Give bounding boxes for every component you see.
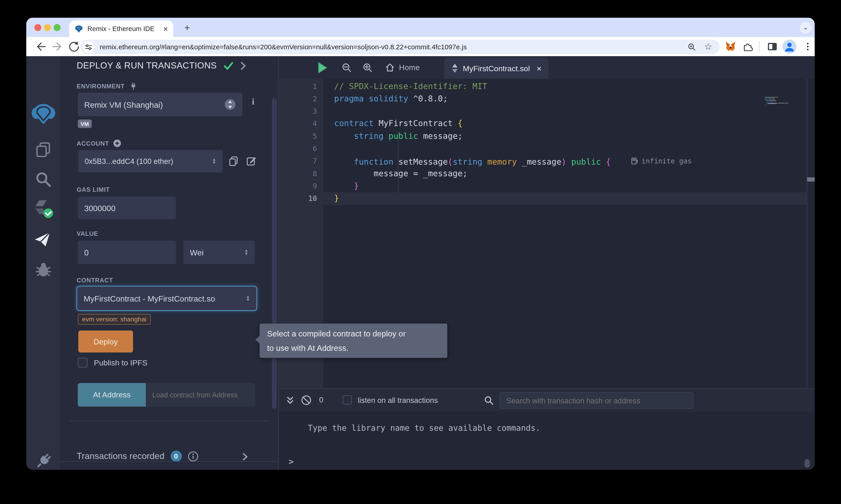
zoom-out-icon[interactable]: [342, 63, 352, 73]
value-input[interactable]: [78, 240, 176, 264]
code-line[interactable]: [323, 105, 807, 118]
minimap[interactable]: [765, 97, 807, 106]
terminal-help-text: Type the library name to see available c…: [308, 423, 540, 433]
terminal-header: 0 listen on all transactions: [279, 389, 815, 412]
environment-info-icon[interactable]: i: [249, 97, 258, 107]
line-number: 6: [279, 142, 323, 155]
profile-avatar[interactable]: [783, 40, 796, 54]
site-settings-icon[interactable]: [83, 41, 95, 53]
environment-spinner-icon[interactable]: [224, 98, 236, 110]
code-line[interactable]: }: [323, 180, 807, 193]
address-bar[interactable]: remix.ethereum.org/#lang=en&optimize=fal…: [81, 40, 720, 54]
listen-transactions-checkbox[interactable]: [343, 395, 352, 404]
run-script-icon[interactable]: [317, 62, 327, 73]
zoom-in-icon[interactable]: [363, 63, 373, 73]
search-icon[interactable]: [34, 170, 52, 188]
code-line[interactable]: pragma solidity ^0.8.0;: [323, 93, 807, 105]
code-line[interactable]: }: [323, 193, 807, 205]
value-unit-select[interactable]: Wei ▲▼: [184, 240, 255, 264]
info-icon[interactable]: [187, 451, 198, 462]
code-line[interactable]: [323, 142, 807, 155]
unit-spinner-icon[interactable]: ▲▼: [244, 249, 248, 255]
plug-icon[interactable]: [130, 82, 138, 91]
tab-search-icon[interactable]: ⌄: [800, 22, 811, 34]
zoom-icon[interactable]: [687, 42, 697, 52]
browser-tab[interactable]: Remix - Ethereum IDE ×: [69, 20, 173, 37]
file-explorer-icon[interactable]: [34, 140, 52, 159]
minimize-window-button[interactable]: [44, 24, 51, 31]
debugger-icon[interactable]: [34, 260, 52, 278]
browser-window: Remix - Ethereum IDE × + ⌄: [26, 18, 815, 470]
transactions-recorded-label: Transactions recorded: [77, 451, 165, 461]
gas-limit-label: GAS LIMIT: [77, 186, 110, 193]
code-line[interactable]: message = _message;: [323, 167, 807, 180]
publish-ipfs-checkbox[interactable]: [78, 358, 87, 367]
tab-home[interactable]: Home: [385, 61, 420, 74]
maximize-window-button[interactable]: [54, 24, 61, 31]
side-panel-icon[interactable]: [767, 41, 778, 53]
line-number: 1: [279, 80, 323, 93]
transactions-expand-icon[interactable]: [242, 453, 248, 461]
url-text[interactable]: remix.ethereum.org/#lang=en&optimize=fal…: [100, 43, 687, 51]
deploy-run-icon[interactable]: [34, 231, 53, 248]
reload-icon[interactable]: [68, 40, 81, 53]
menu-dots-icon[interactable]: [802, 41, 813, 53]
new-tab-button[interactable]: +: [181, 22, 193, 35]
tab-close-icon[interactable]: ×: [164, 24, 168, 33]
remix-favicon: [74, 24, 83, 33]
code-line[interactable]: function setMessage(string memory _messa…: [323, 155, 807, 167]
clear-console-icon[interactable]: [301, 395, 312, 406]
bookmark-star-icon[interactable]: ☆: [704, 42, 713, 51]
line-number: 10: [279, 193, 323, 205]
close-window-button[interactable]: [34, 24, 41, 31]
editor-scrollbar[interactable]: [807, 177, 815, 182]
account-spinner-icon[interactable]: ▲▼: [212, 158, 216, 164]
tooltip-line1: Select a compiled contract to deploy or: [267, 326, 440, 341]
line-number: 4: [279, 118, 323, 130]
terminal: 0 listen on all transactions Type the li…: [279, 389, 815, 470]
panel-scrollbar[interactable]: [272, 98, 277, 409]
terminal-search-input[interactable]: [499, 392, 693, 409]
gas-limit-input[interactable]: [78, 197, 176, 219]
toolbar-divider: [759, 41, 759, 52]
plugin-manager-icon[interactable]: [34, 451, 52, 470]
chevron-right-icon[interactable]: [240, 61, 246, 70]
extensions-icon[interactable]: [742, 41, 754, 53]
line-number: 9: [279, 180, 323, 193]
indent-guide: [398, 131, 398, 193]
forward-icon[interactable]: [51, 40, 64, 53]
environment-label: ENVIRONMENT: [77, 83, 125, 89]
back-icon[interactable]: [34, 40, 47, 53]
tab-myfirstcontract[interactable]: MyFirstContract.sol ×: [444, 58, 549, 79]
copy-account-icon[interactable]: [228, 156, 239, 166]
evm-version-badge: evm version: shanghai: [78, 314, 151, 325]
tab-close-icon[interactable]: ×: [537, 64, 542, 73]
browser-tabstrip: Remix - Ethereum IDE × + ⌄: [26, 18, 815, 37]
tab-title: Remix - Ethereum IDE: [87, 25, 164, 32]
add-account-icon[interactable]: [113, 139, 121, 147]
gas-annotation-label: infinite gas: [641, 155, 692, 167]
at-address-button[interactable]: At Address: [78, 383, 146, 407]
at-address-input[interactable]: [146, 383, 255, 407]
collapse-terminal-icon[interactable]: [286, 396, 294, 404]
terminal-body[interactable]: Type the library name to see available c…: [279, 411, 815, 470]
metamask-icon[interactable]: [725, 41, 737, 53]
solidity-compiler-icon[interactable]: [32, 199, 54, 219]
contract-spinner-icon[interactable]: ▲▼: [246, 295, 250, 302]
edit-account-icon[interactable]: [246, 156, 256, 166]
listen-transactions-label: listen on all transactions: [358, 396, 438, 404]
terminal-scrollbar[interactable]: [804, 459, 810, 468]
code-line[interactable]: // SPDX-License-Identifier: MIT: [323, 80, 807, 93]
transactions-count-badge: 0: [170, 451, 182, 462]
contract-select[interactable]: MyFirstContract - MyFirstContract.so ▲▼: [77, 287, 256, 310]
panel-title: DEPLOY & RUN TRANSACTIONS: [77, 60, 217, 71]
deploy-button[interactable]: Deploy: [79, 330, 133, 353]
line-number: 8: [279, 167, 323, 180]
account-select[interactable]: 0x5B3...eddC4 (100 ether) ▲▼: [79, 150, 223, 173]
code-line[interactable]: string public message;: [323, 130, 807, 143]
check-icon: [223, 61, 234, 70]
remix-logo: [31, 102, 55, 125]
line-number: 2: [279, 93, 323, 105]
environment-select[interactable]: Remix VM (Shanghai): [78, 93, 242, 116]
code-line[interactable]: contract MyFirstContract {: [323, 118, 807, 130]
